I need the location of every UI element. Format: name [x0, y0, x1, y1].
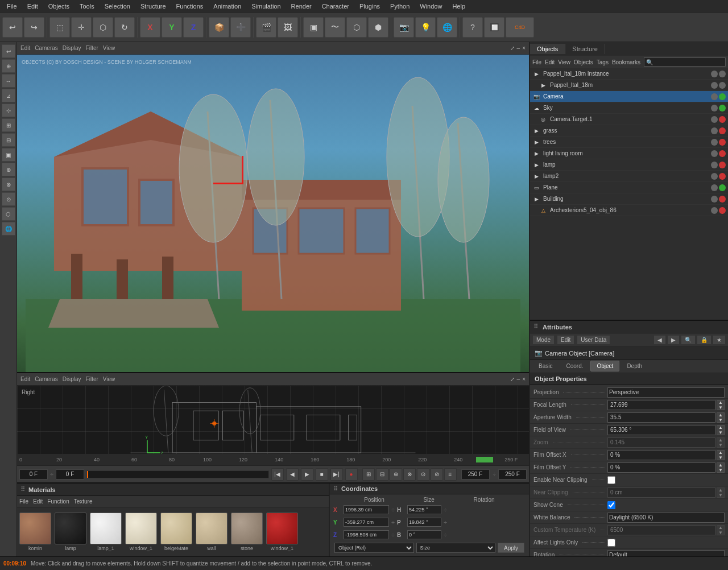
nearclip-checkbox[interactable] — [607, 476, 615, 484]
obj-plane[interactable]: ▭ Plane — [530, 182, 728, 193]
obj-sky[interactable]: ☁ Sky — [530, 102, 728, 114]
play-btn[interactable]: ▶ — [301, 468, 313, 481]
help-btn[interactable]: ? — [462, 17, 483, 38]
snap-btn[interactable]: 🔲 — [484, 17, 504, 38]
add-object-btn[interactable]: ➕ — [230, 17, 251, 38]
tab-structure[interactable]: Structure — [565, 44, 605, 54]
affectlights-checkbox[interactable] — [607, 539, 615, 547]
tab-coord[interactable]: Coord. — [560, 361, 589, 371]
mat-file[interactable]: File — [19, 498, 28, 505]
vp-top-minimize[interactable]: – — [517, 45, 520, 51]
obj-render-lamp2[interactable] — [719, 173, 726, 180]
projection-dropdown[interactable]: Perspective Parallel — [607, 387, 725, 398]
left-tool-11[interactable]: ⊙ — [2, 192, 15, 206]
obj-vis-building[interactable] — [711, 196, 718, 203]
obj-render-dot-1[interactable] — [719, 71, 726, 77]
vp-bot-edit[interactable]: Edit — [20, 376, 30, 382]
menu-character[interactable]: Character — [317, 2, 354, 11]
deformer-btn[interactable]: ⬢ — [368, 17, 388, 38]
coord-z-size-spin[interactable]: ÷ — [444, 531, 447, 538]
mat-edit[interactable]: Edit — [33, 498, 43, 505]
menu-plugins[interactable]: Plugins — [355, 2, 384, 11]
x-axis-btn[interactable]: X — [140, 17, 160, 38]
obj-pappel[interactable]: ▶ Pappel_Ital_18m — [530, 80, 728, 91]
obj-render-dot-sky[interactable] — [719, 105, 726, 111]
timeline-current[interactable] — [56, 469, 84, 480]
camera-btn[interactable]: 📷 — [394, 17, 414, 38]
focal-spinner[interactable]: ▲▼ — [717, 400, 725, 410]
temp-input[interactable] — [607, 525, 715, 535]
menu-help[interactable]: Help — [448, 2, 470, 11]
coord-y-size-spin[interactable]: ÷ — [444, 519, 447, 526]
menu-edit[interactable]: Edit — [23, 2, 43, 11]
obj-vis-dot-sky[interactable] — [711, 105, 718, 111]
material-stone[interactable]: stone — [231, 513, 263, 551]
left-tool-12[interactable]: ⬡ — [2, 207, 15, 221]
menu-tools[interactable]: Tools — [75, 2, 99, 11]
left-tool-1[interactable]: ↩ — [2, 44, 15, 58]
coord-x-pos-spin[interactable]: ÷ — [391, 506, 395, 513]
obj-menu-edit[interactable]: Edit — [545, 59, 555, 65]
menu-structure[interactable]: Structure — [136, 2, 171, 11]
attr-search[interactable]: 🔍 — [681, 335, 696, 345]
move-tool[interactable]: ✛ — [71, 17, 92, 38]
obj-render-light[interactable] — [719, 150, 726, 157]
tab-depth[interactable]: Depth — [621, 361, 648, 371]
attr-userdata-btn[interactable]: User Data — [577, 335, 610, 345]
timeline-track[interactable] — [86, 470, 268, 478]
obj-vis-trees[interactable] — [711, 139, 718, 146]
zoom-input[interactable] — [607, 437, 715, 448]
coord-x-size[interactable] — [407, 505, 441, 514]
material-wall[interactable]: wall — [196, 513, 228, 551]
extra-btn-1[interactable]: ⊞ — [362, 468, 375, 481]
material-window1b[interactable]: window_1 — [266, 513, 298, 551]
coord-z-pos[interactable] — [344, 530, 389, 539]
showcone-checkbox[interactable] — [607, 501, 615, 509]
left-tool-13[interactable]: 🌐 — [2, 222, 15, 236]
filmx-input[interactable] — [607, 450, 715, 460]
obj-render-dot-2[interactable] — [719, 82, 726, 89]
left-tool-9[interactable]: ⊕ — [2, 163, 15, 176]
coord-y-pos[interactable] — [344, 518, 389, 527]
obj-render-grass[interactable] — [719, 127, 726, 134]
obj-lamp2[interactable]: ▶ lamp2 — [530, 171, 728, 182]
obj-trees[interactable]: ▶ trees — [530, 137, 728, 148]
extra-btn-2[interactable]: ⊟ — [376, 468, 388, 481]
obj-menu-bookmarks[interactable]: Bookmarks — [612, 59, 640, 65]
cube-btn[interactable]: ▣ — [303, 17, 324, 38]
obj-render-dot-tgt[interactable] — [719, 116, 726, 123]
vp-top-display[interactable]: Display — [63, 45, 81, 51]
left-tool-6[interactable]: ⊞ — [2, 118, 15, 132]
material-komin[interactable]: komin — [19, 513, 51, 551]
extra-btn-6[interactable]: ⊘ — [431, 468, 443, 481]
left-tool-8[interactable]: ▣ — [2, 148, 15, 162]
vp-bot-expand[interactable]: ⤢ — [510, 376, 515, 382]
obj-vis-plane[interactable] — [711, 184, 718, 191]
obj-building[interactable]: ▶ Building — [530, 193, 728, 205]
coord-z-pos-spin[interactable]: ÷ — [391, 531, 395, 538]
aperture-spinner[interactable]: ▲▼ — [717, 412, 725, 423]
obj-vis-lamp[interactable] — [711, 162, 718, 168]
menu-simulation[interactable]: Simulation — [247, 2, 285, 11]
obj-render-building[interactable] — [719, 196, 726, 203]
rotate-tool[interactable]: ↻ — [114, 17, 135, 38]
obj-vis-dot-1[interactable] — [711, 71, 718, 77]
menu-functions[interactable]: Functions — [172, 2, 208, 11]
obj-render-lamp[interactable] — [719, 162, 726, 168]
obj-light-living[interactable]: ▶ light living room — [530, 148, 728, 159]
stop-btn[interactable]: ■ — [316, 468, 328, 481]
coord-z-size[interactable] — [407, 530, 441, 539]
vp-top-cameras[interactable]: Cameras — [35, 45, 58, 51]
nurbs-btn[interactable]: ⬡ — [346, 17, 367, 38]
extra-btn-4[interactable]: ⊗ — [403, 468, 416, 481]
scene-btn[interactable]: 🌐 — [437, 17, 457, 38]
attr-edit-btn[interactable]: Edit — [557, 335, 574, 345]
vp-top-edit[interactable]: Edit — [20, 45, 30, 51]
extra-btn-3[interactable]: ⊕ — [390, 468, 402, 481]
objects-search[interactable] — [644, 57, 726, 67]
left-tool-3[interactable]: ↔ — [2, 74, 15, 88]
left-tool-7[interactable]: ⊟ — [2, 133, 15, 147]
menu-window[interactable]: Window — [415, 2, 446, 11]
obj-render-trees[interactable] — [719, 139, 726, 146]
render-preview-btn[interactable]: 🖼 — [278, 17, 298, 38]
